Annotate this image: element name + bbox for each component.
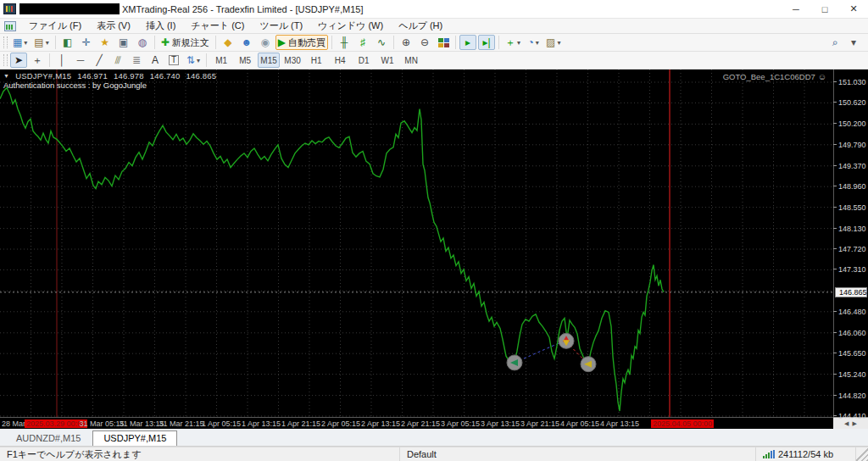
bar-chart-button[interactable]: ╫ <box>336 35 353 50</box>
price-chart[interactable] <box>0 69 833 417</box>
symbol-ohlc-header: ▼ USDJPY#,M15 146.971 146.978 146.740 14… <box>3 71 216 81</box>
timeframe-h4[interactable]: H4 <box>329 53 351 68</box>
arrows-button[interactable]: ⇅▾ <box>184 53 203 68</box>
ea-auth-watermark: Authentication success : by GogoJungle <box>3 81 147 90</box>
market-watch-button[interactable]: ◧ <box>59 35 76 50</box>
text-button[interactable]: A <box>147 53 164 68</box>
chart-plot[interactable]: ▼ USDJPY#,M15 146.971 146.978 146.740 14… <box>0 69 833 417</box>
price-tick-label: 149.790 <box>838 141 866 149</box>
autotrading-button[interactable]: ▶自動売買 <box>275 35 328 50</box>
close-button[interactable]: ✕ <box>839 0 868 18</box>
time-axis[interactable]: 28 Mar 2022025.03.29 00:0031 Mar 05:1531… <box>0 417 833 429</box>
resize-grip[interactable] <box>856 447 868 461</box>
signals-button[interactable]: ◉ <box>257 35 274 50</box>
chart-window: ▼ USDJPY#,M15 146.971 146.978 146.740 14… <box>0 69 868 429</box>
zoom-out-icon: ⊖ <box>420 37 429 47</box>
timeframe-m30[interactable]: M30 <box>281 53 303 68</box>
connection-traffic: 241112/54 kb <box>778 449 833 459</box>
time-tick-label: 2 Apr 13:15 <box>361 419 400 428</box>
redacted-account-number <box>19 3 120 14</box>
status-profile[interactable]: Default <box>400 447 756 461</box>
profiles-button[interactable]: ▤▾ <box>31 35 51 50</box>
menu-help[interactable]: ヘルプ (H) <box>391 18 450 34</box>
scroll-left-arrow[interactable]: ◀ <box>844 420 849 427</box>
trendline-button[interactable]: ╱ <box>91 53 108 68</box>
menu-chart[interactable]: チャート (C) <box>183 18 252 34</box>
metaeditor-button[interactable]: ◆ <box>220 35 236 50</box>
indicators-button[interactable]: ＋▾ <box>503 35 523 50</box>
collapse-arrow-icon[interactable]: ▼ <box>3 73 9 79</box>
status-help-text: F1キーでヘルプが表示されます <box>0 447 400 461</box>
cursor-tool-button[interactable]: ➤ <box>10 53 27 68</box>
timeframe-d1[interactable]: D1 <box>353 53 375 68</box>
template-image-icon: ▨ <box>546 37 555 47</box>
chart-new-icon: ▦ <box>13 37 22 47</box>
time-tick-label: 4 Apr 13:15 <box>600 419 639 428</box>
zoom-in-button[interactable]: ⊕ <box>398 35 415 50</box>
chevron-down-icon: ▾ <box>517 39 520 47</box>
mt4-window: XMTrading-Real 256 - Tradexfin Limited -… <box>0 0 868 461</box>
menu-insert[interactable]: 挿入 (I) <box>138 18 183 34</box>
timeframe-m5[interactable]: M5 <box>234 53 256 68</box>
crosshair-window-icon: ✛ <box>82 37 91 47</box>
search-button[interactable]: ⌕ <box>826 35 843 50</box>
new-order-button[interactable]: ✚新規注文 <box>159 35 212 50</box>
horizontal-line-icon: ─ <box>77 55 85 65</box>
signal-speaker-icon: ◉ <box>261 37 270 47</box>
menu-view[interactable]: 表示 (V) <box>89 18 138 34</box>
timeframe-m1[interactable]: M1 <box>210 53 232 68</box>
menu-window[interactable]: ウィンドウ (W) <box>310 18 391 34</box>
time-tick-label: 31 Mar 05:15 <box>79 419 124 428</box>
line-chart-button[interactable]: ∿ <box>373 35 390 50</box>
data-window-button[interactable]: ✛ <box>78 35 95 50</box>
profiles-icon: ▤ <box>34 37 43 47</box>
menu-file[interactable]: ファイル (F) <box>21 18 89 34</box>
vertical-line-icon: │ <box>58 55 65 65</box>
price-axis[interactable]: 151.030150.620150.200149.790149.370148.9… <box>833 69 868 417</box>
market-watch-icon: ◧ <box>63 37 72 47</box>
candlestick-button[interactable]: ♯ <box>354 35 371 50</box>
strategy-tester-button[interactable]: ◍ <box>134 35 151 50</box>
time-tick-label: 2 Apr 05:15 <box>321 419 360 428</box>
horizontal-line-button[interactable]: ─ <box>72 53 89 68</box>
timeframe-m15[interactable]: M15 <box>258 53 280 68</box>
status-bar: F1キーでヘルプが表示されます Default 241112/54 kb <box>0 447 868 461</box>
auto-scroll-icon: ▸ <box>465 37 470 47</box>
timeframe-h1[interactable]: H1 <box>305 53 327 68</box>
price-tick-label: 147.720 <box>838 245 866 253</box>
navigator-button[interactable]: ★ <box>97 35 114 50</box>
periods-button[interactable]: ◔▾ <box>525 35 542 50</box>
community-button[interactable]: ☻ <box>238 35 255 50</box>
text-label-button[interactable]: T <box>165 53 182 68</box>
tab-usdjpy[interactable]: USDJPY#,M15 <box>92 430 177 446</box>
chart-shift-button[interactable]: ▸| <box>478 35 495 50</box>
templates-button[interactable]: ▨▾ <box>543 35 563 50</box>
text-a-icon: A <box>152 55 159 65</box>
toolbar-overflow-button[interactable]: ▾ <box>845 35 862 50</box>
toolbar-grip[interactable] <box>3 36 8 48</box>
scroll-right-arrow[interactable]: ▶ <box>853 420 857 427</box>
line-chart-icon: ∿ <box>377 37 386 47</box>
crosshair-tool-button[interactable]: ＋ <box>29 53 46 68</box>
indicator-plus-icon: ＋ <box>505 37 515 47</box>
terminal-button[interactable]: ▣ <box>115 35 132 50</box>
fibonacci-button[interactable]: ≣ <box>128 53 145 68</box>
toolbar-grip[interactable] <box>3 54 8 66</box>
price-tick-label: 151.030 <box>838 78 866 86</box>
chevron-down-icon: ▾ <box>557 39 560 47</box>
autotrade-play-icon: ▶ <box>278 37 286 47</box>
minimize-button[interactable]: ─ <box>782 0 810 18</box>
channel-button[interactable]: ⫻ <box>109 53 126 68</box>
auto-scroll-button[interactable]: ▸ <box>459 35 476 50</box>
vertical-line-button[interactable]: │ <box>53 53 70 68</box>
timeframe-mn[interactable]: MN <box>400 53 422 68</box>
maximize-button[interactable]: □ <box>810 0 839 18</box>
new-chart-button[interactable]: ▦▾ <box>10 35 30 50</box>
search-magnifier-icon: ⌕ <box>832 37 838 47</box>
tile-windows-button[interactable] <box>435 35 452 50</box>
tab-audnzd[interactable]: AUDNZD#,M15 <box>5 430 92 446</box>
timeframe-w1[interactable]: W1 <box>376 53 398 68</box>
menu-tools[interactable]: ツール (T) <box>252 18 310 34</box>
time-tick-label: 1 Apr 05:15 <box>202 419 241 428</box>
zoom-out-button[interactable]: ⊖ <box>416 35 433 50</box>
